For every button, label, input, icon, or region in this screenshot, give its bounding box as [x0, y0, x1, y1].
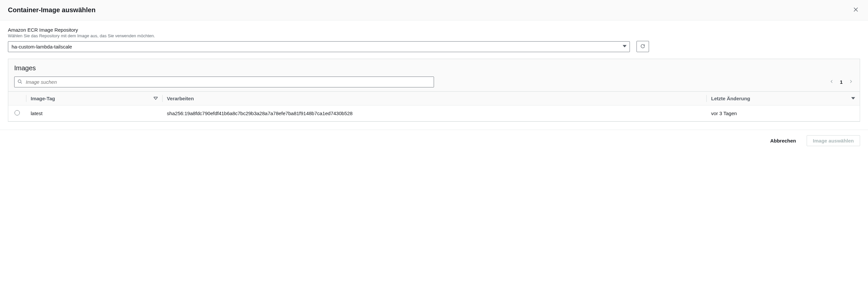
- images-table-header-row: Image-Tag Verarbeiten: [8, 92, 860, 106]
- chevron-right-icon: [848, 79, 853, 85]
- repository-hint: Wählen Sie das Repository mit dem Image …: [8, 33, 860, 38]
- column-image-tag[interactable]: Image-Tag: [26, 92, 162, 106]
- images-panel: Images 1: [8, 59, 860, 122]
- column-image-tag-label: Image-Tag: [31, 96, 55, 101]
- repository-field: Amazon ECR Image Repository Wählen Sie d…: [8, 27, 860, 52]
- select-container-image-modal: Container-Image auswählen Amazon ECR Ima…: [0, 0, 868, 151]
- images-table: Image-Tag Verarbeiten: [8, 91, 860, 121]
- sort-icon: [851, 96, 855, 101]
- prev-page-button[interactable]: [829, 79, 835, 85]
- close-icon: [853, 7, 859, 13]
- paginator: 1: [829, 79, 854, 85]
- modal-footer: Abbrechen Image auswählen: [0, 130, 868, 151]
- modal-title: Container-Image auswählen: [8, 6, 96, 14]
- search-icon: [18, 79, 23, 85]
- refresh-button[interactable]: [637, 41, 649, 52]
- close-button[interactable]: [851, 5, 860, 15]
- next-page-button[interactable]: [848, 79, 854, 85]
- refresh-icon: [640, 44, 645, 50]
- images-panel-header: Images 1: [8, 59, 860, 91]
- cell-image-tag: latest: [26, 106, 162, 121]
- sort-icon: [154, 96, 158, 101]
- cancel-button[interactable]: Abbrechen: [764, 136, 802, 146]
- table-row[interactable]: latest sha256:19a8fdc790efdf41b6a8c7bc29…: [8, 106, 860, 121]
- repository-label: Amazon ECR Image Repository: [8, 27, 860, 33]
- column-digest[interactable]: Verarbeiten: [162, 92, 706, 106]
- svg-point-0: [18, 80, 21, 83]
- repository-select[interactable]: ha-custom-lambda-tailscale: [8, 41, 630, 52]
- image-search-input[interactable]: [14, 77, 434, 87]
- repository-selected-value: ha-custom-lambda-tailscale: [11, 44, 72, 50]
- cell-digest: sha256:19a8fdc790efdf41b6a8c7bc29b3a28a7…: [162, 106, 706, 121]
- images-panel-title: Images: [14, 64, 854, 72]
- chevron-left-icon: [829, 79, 834, 85]
- page-number: 1: [840, 79, 843, 85]
- image-search: [14, 77, 434, 87]
- column-last-modified-label: Letzte Änderung: [711, 96, 750, 101]
- column-digest-label: Verarbeiten: [167, 96, 194, 101]
- select-image-button[interactable]: Image auswählen: [807, 135, 860, 146]
- column-select: [8, 92, 26, 106]
- row-radio[interactable]: [14, 110, 20, 115]
- modal-header: Container-Image auswählen: [0, 0, 868, 21]
- column-last-modified[interactable]: Letzte Änderung: [706, 92, 860, 106]
- cell-last-modified: vor 3 Tagen: [706, 106, 860, 121]
- modal-body: Amazon ECR Image Repository Wählen Sie d…: [0, 21, 868, 130]
